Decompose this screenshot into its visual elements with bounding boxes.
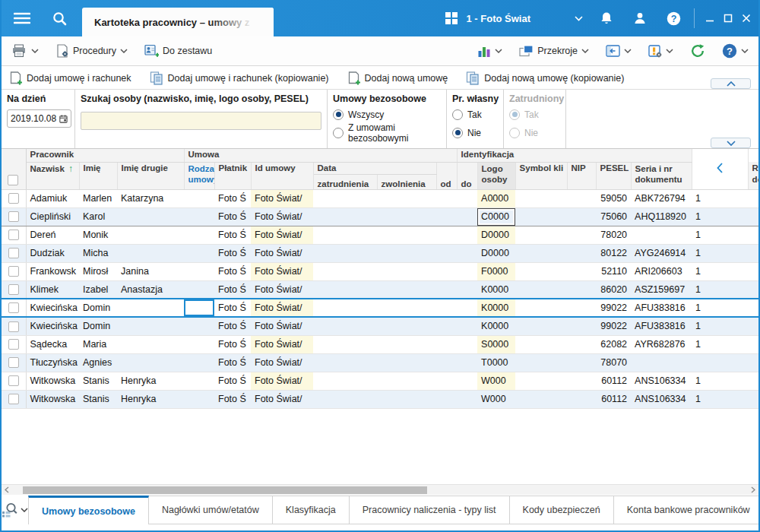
table-row[interactable]: Tłuczyńska Agnies Foto Ś Foto Świat/ T00… <box>2 353 758 372</box>
cell-rodzaj-dokumentu[interactable]: 1 <box>692 335 748 353</box>
cell-symbol[interactable] <box>515 317 567 335</box>
cell-nazwisko[interactable]: Kwiecińska <box>26 299 79 317</box>
cell-data-zatrudnienia[interactable] <box>313 207 377 226</box>
cell-do[interactable] <box>457 390 477 408</box>
row-select-cell[interactable] <box>2 207 26 226</box>
cell-od[interactable] <box>436 189 457 207</box>
cell-nazwisko[interactable]: Tłuczyńska <box>26 353 79 372</box>
cell-od[interactable] <box>436 353 457 372</box>
cell-imie-drugie[interactable] <box>117 244 184 262</box>
cell-logo-osoby[interactable]: K0000 <box>477 299 515 317</box>
column-header-symbol[interactable]: Symbol kli <box>515 162 567 189</box>
table-row[interactable]: Klimek Izabel Anastazja Foto Ś Foto Świa… <box>2 280 758 299</box>
row-select-cell[interactable] <box>2 299 26 317</box>
collapse-side-panel-button[interactable] <box>692 149 748 189</box>
cell-imie-drugie[interactable]: Henryka <box>117 390 184 408</box>
add-contract-invoice-button[interactable]: Dodaj umowę i rachunek <box>9 71 131 85</box>
cell-id-umowy[interactable]: Foto Świat/ <box>251 189 313 207</box>
row-select-cell[interactable] <box>2 226 26 244</box>
column-header-zwolnienia[interactable]: zwolnienia <box>377 174 436 189</box>
cell-do[interactable] <box>457 353 477 372</box>
cell-data-zatrudnienia[interactable] <box>313 299 377 317</box>
cell-logo-osoby[interactable]: W000 <box>477 372 515 390</box>
cell-symbol[interactable] <box>515 207 567 226</box>
cell-imie[interactable]: Marlen <box>79 189 117 207</box>
help-button[interactable]: ? <box>663 8 683 29</box>
cell-id-umowy[interactable]: Foto Świat/ <box>251 280 313 299</box>
cell-platnik[interactable]: Foto Ś <box>214 372 251 390</box>
cell-rodzaj-dokumentu[interactable]: 1 <box>692 280 748 299</box>
minimize-button[interactable] <box>701 7 719 30</box>
cell-do[interactable] <box>457 280 477 299</box>
horizontal-scrollbar[interactable] <box>2 484 758 495</box>
cell-rodzaj-dokumentu[interactable]: 1 <box>692 372 748 390</box>
column-header-logo-osoby[interactable]: Logo osoby <box>477 162 515 189</box>
cell-rodzaj-umowy[interactable] <box>184 207 214 226</box>
cell-nip[interactable] <box>567 372 596 390</box>
main-menu-button[interactable] <box>9 7 35 30</box>
cell-data-zwolnienia[interactable] <box>377 280 436 299</box>
cell-id-umowy[interactable]: Foto Świat/ <box>251 353 313 372</box>
cell-rodzaj-dokumentu[interactable]: 1 <box>692 390 748 408</box>
cell-symbol[interactable] <box>515 353 567 372</box>
cell-imie-drugie[interactable]: Katarzyna <box>117 189 184 207</box>
cell-data-zatrudnienia[interactable] <box>313 226 377 244</box>
cell-pesel[interactable]: 60112 <box>596 390 631 408</box>
cell-imie-drugie[interactable] <box>117 335 184 353</box>
cell-seria[interactable]: AFU383816 <box>631 299 692 317</box>
cell-imie[interactable]: Domin <box>79 299 117 317</box>
cell-do[interactable] <box>457 335 477 353</box>
analytics-button[interactable] <box>475 43 505 59</box>
cell-rodzaj-umowy[interactable] <box>184 280 214 299</box>
scroll-right-button[interactable] <box>748 485 758 495</box>
cell-symbol[interactable] <box>515 372 567 390</box>
cell-platnik[interactable]: Foto Ś <box>214 299 251 317</box>
column-header-pesel[interactable]: PESEL <box>596 162 631 189</box>
column-header-imie-drugie[interactable]: Imię drugie <box>117 162 184 189</box>
cell-nip[interactable] <box>567 262 596 280</box>
cell-seria[interactable]: ANS106334 <box>631 390 692 408</box>
table-row[interactable]: Sądecka Maria Foto Ś Foto Świat/ S0000 6… <box>2 335 758 353</box>
cell-data-zatrudnienia[interactable] <box>313 244 377 262</box>
cell-symbol[interactable] <box>515 390 567 408</box>
cell-id-umowy[interactable]: Foto Świat/ <box>251 335 313 353</box>
row-select-cell[interactable] <box>2 335 26 353</box>
column-header-platnik[interactable]: Płatnik <box>214 162 251 189</box>
cell-seria[interactable]: ABK726794 <box>631 189 692 207</box>
cell-nazwisko[interactable]: Dereń <box>26 226 79 244</box>
document-tab[interactable]: Kartoteka pracownicy – umowy z <box>82 8 274 36</box>
panel-layout-button[interactable] <box>603 43 634 59</box>
row-checkbox[interactable] <box>8 266 19 277</box>
context-help-button[interactable]: ? <box>720 42 751 60</box>
cell-rodzaj-umowy[interactable] <box>184 335 214 353</box>
cell-symbol[interactable] <box>515 189 567 207</box>
row-checkbox[interactable] <box>8 230 19 240</box>
cell-od[interactable] <box>436 244 457 262</box>
row-select-cell[interactable] <box>2 262 26 280</box>
bottom-tab[interactable]: Umowy bezosobowe <box>28 496 149 524</box>
cell-logo-osoby[interactable]: D0000 <box>477 226 515 244</box>
cell-nip[interactable] <box>567 390 596 408</box>
cell-imie-drugie[interactable] <box>117 317 184 335</box>
column-header-do[interactable]: do <box>457 162 477 189</box>
cell-seria[interactable]: AYR682876 <box>631 335 692 353</box>
cell-nazwisko[interactable]: Dudziak <box>26 244 79 262</box>
cell-rodzaj-umowy[interactable] <box>184 262 214 280</box>
cell-do[interactable] <box>457 299 477 317</box>
cell-imie[interactable]: Stanis <box>79 390 117 408</box>
cell-od[interactable] <box>436 226 457 244</box>
notifications-button[interactable] <box>597 8 616 29</box>
cell-id-umowy[interactable]: Foto Świat/ <box>251 372 313 390</box>
cell-data-zwolnienia[interactable] <box>377 372 436 390</box>
cell-nazwisko[interactable]: Sądecka <box>26 335 79 353</box>
cell-symbol[interactable] <box>515 335 567 353</box>
user-account-button[interactable] <box>630 8 650 29</box>
cell-imie[interactable]: Micha <box>79 244 117 262</box>
global-search-button[interactable] <box>47 7 71 30</box>
table-row[interactable]: Adamiuk Marlen Katarzyna Foto Ś Foto Świ… <box>2 189 758 207</box>
cell-rodzaj-dokumentu[interactable]: 1 <box>692 207 748 226</box>
cell-platnik[interactable]: Foto Ś <box>214 280 251 299</box>
column-header-id-umowy[interactable]: Id umowy <box>251 162 313 189</box>
cell-nazwisko[interactable]: Witkowska <box>26 390 79 408</box>
cell-id-umowy[interactable]: Foto Świat/ <box>251 299 313 317</box>
